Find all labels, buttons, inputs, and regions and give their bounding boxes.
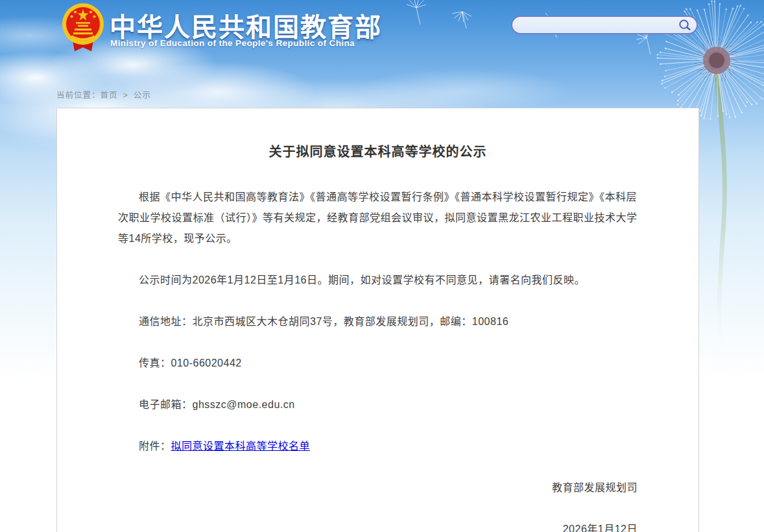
breadcrumb: 当前位置：首页>公示 (56, 88, 151, 101)
page: 中华人民共和国教育部 Ministry of Education of the … (0, 0, 764, 532)
notice-paragraph-basis: 根据《中华人民共和国高等教育法》《普通高等学校设置暂行条例》《普通本科学校设置暂… (118, 187, 638, 249)
search-input[interactable] (521, 18, 677, 32)
search-box (511, 16, 698, 34)
notice-title: 关于拟同意设置本科高等学校的公示 (118, 141, 638, 160)
notice-content-card: 关于拟同意设置本科高等学校的公示 根据《中华人民共和国高等教育法》《普通高等学校… (56, 108, 699, 532)
breadcrumb-home-link[interactable]: 首页 (101, 91, 118, 100)
notice-paragraph-address: 通信地址：北京市西城区大木仓胡同37号，教育部发展规划司，邮编：100816 (118, 311, 638, 332)
notice-paragraph-period: 公示时间为2026年1月12日至1月16日。期间，如对设置学校有不同意见，请署名… (118, 270, 638, 291)
breadcrumb-current-link[interactable]: 公示 (134, 91, 151, 100)
search-button[interactable] (677, 18, 693, 33)
breadcrumb-prefix: 当前位置： (56, 91, 101, 100)
notice-paragraph-email: 电子邮箱：ghsszc@moe.edu.cn (118, 394, 638, 415)
notice-attachment-line: 附件：拟同意设置本科高等学校名单 (118, 436, 638, 457)
notice-date: 2026年1月12日 (118, 519, 638, 532)
breadcrumb-separator: > (123, 91, 128, 100)
notice-paragraph-fax: 传真：010-66020442 (118, 353, 638, 374)
notice-signature: 教育部发展规划司 (118, 478, 638, 498)
national-emblem-icon (62, 3, 104, 53)
attachment-link[interactable]: 拟同意设置本科高等学校名单 (171, 441, 311, 452)
site-subtitle: Ministry of Education of the People's Re… (110, 38, 355, 48)
notice-body: 根据《中华人民共和国高等教育法》《普通高等学校设置暂行条例》《普通本科学校设置暂… (118, 187, 638, 532)
search-icon (678, 18, 692, 32)
attachment-label: 附件： (139, 441, 171, 452)
